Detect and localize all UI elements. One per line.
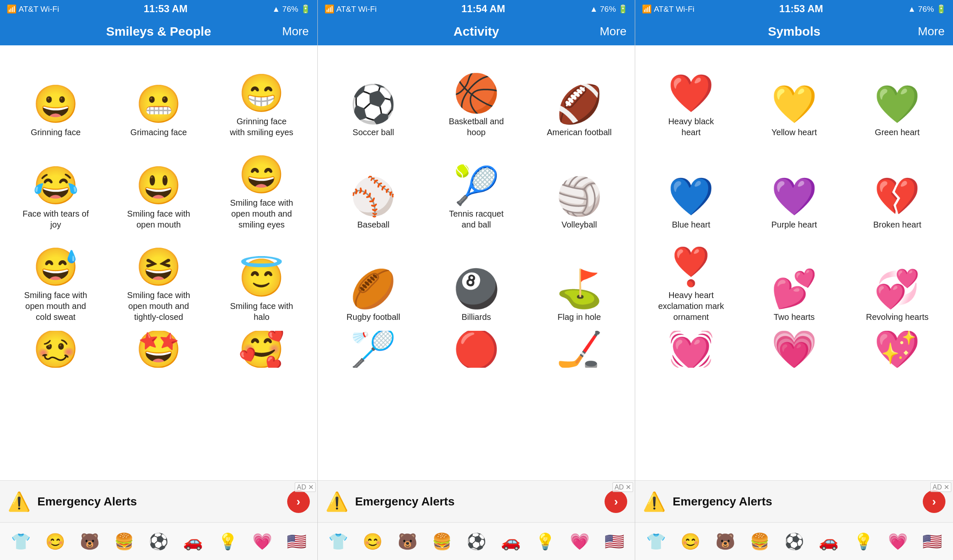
emoji-label: Broken heart <box>873 219 922 230</box>
tab-icon-6[interactable]: 💡 <box>218 532 238 551</box>
emoji-item[interactable]: 💞 Revolving hearts <box>864 270 931 322</box>
emoji-item[interactable]: 😀 Grinning face <box>22 86 89 138</box>
nav-more-button[interactable]: More <box>918 25 945 38</box>
alert-warning-icon: ⚠️ <box>643 491 666 513</box>
emoji-item-partial[interactable]: 🥰 <box>228 331 295 368</box>
emoji-item[interactable]: 🎱 Billiards <box>443 270 510 322</box>
tab-icon-7[interactable]: 💗 <box>570 532 589 551</box>
nav-bar: Smileys & People More <box>0 18 317 45</box>
emoji-row-2: ❣️ Heavy heart exclamation mark ornament… <box>635 234 953 327</box>
emoji-item[interactable]: 😂 Face with tears of joy <box>22 167 89 230</box>
emoji-item[interactable]: 🏉 Rugby football <box>340 270 407 322</box>
emoji-item-partial[interactable]: 🥴 <box>22 331 89 368</box>
emoji-item[interactable]: 🏀 Basketball and hoop <box>443 75 510 138</box>
emoji-label: Smiling face with open mouth <box>125 208 192 230</box>
emoji-label: Yellow heart <box>772 127 817 138</box>
tab-icon-1[interactable]: 😊 <box>363 532 382 551</box>
nav-more-button[interactable]: More <box>282 25 309 38</box>
emoji-char: ❤️ <box>668 75 714 112</box>
tab-icon-4[interactable]: ⚽ <box>149 532 168 551</box>
emoji-item[interactable]: 🏐 Volleyball <box>546 178 613 230</box>
tab-bar: 👕😊🐻🍔⚽🚗💡💗🇺🇸 <box>318 522 635 560</box>
emoji-label: Smiling face with open mouth and cold sw… <box>22 290 89 322</box>
ad-label: AD ✕ <box>613 482 634 492</box>
emoji-item-partial[interactable]: 🤩 <box>125 331 192 368</box>
tab-icon-0[interactable]: 👕 <box>11 532 31 551</box>
emoji-item[interactable]: 😄 Smiling face with open mouth and smili… <box>228 156 295 230</box>
tab-icon-8[interactable]: 🇺🇸 <box>605 532 624 551</box>
emoji-item[interactable]: 💕 Two hearts <box>761 270 828 322</box>
emoji-label: Two hearts <box>774 311 815 322</box>
emoji-row-partial: 💓💗💖 <box>635 327 953 369</box>
emoji-char: 😬 <box>136 86 182 123</box>
tab-icon-8[interactable]: 🇺🇸 <box>287 532 306 551</box>
emoji-item[interactable]: ❣️ Heavy heart exclamation mark ornament <box>657 249 725 322</box>
emoji-label: Smiling face with halo <box>228 301 295 322</box>
tab-icon-7[interactable]: 💗 <box>888 532 908 551</box>
status-right: ▲ 76% 🔋 <box>908 4 946 14</box>
tab-icon-0[interactable]: 👕 <box>328 532 348 551</box>
tab-icon-5[interactable]: 🚗 <box>501 532 521 551</box>
emoji-item[interactable]: ❤️ Heavy black heart <box>657 75 725 138</box>
emoji-item[interactable]: ⚾ Baseball <box>340 178 407 230</box>
emoji-item[interactable]: 💔 Broken heart <box>864 178 931 230</box>
emoji-item[interactable]: 😅 Smiling face with open mouth and cold … <box>22 249 89 322</box>
emoji-item[interactable]: ⛳ Flag in hole <box>546 270 613 322</box>
emoji-item-partial[interactable]: 🔴 <box>443 331 510 368</box>
emoji-item[interactable]: 😁 Grinning face with smiling eyes <box>228 75 295 138</box>
tab-icon-6[interactable]: 💡 <box>854 532 873 551</box>
nav-more-button[interactable]: More <box>600 25 627 38</box>
emoji-char: ❣️ <box>668 249 714 285</box>
tab-icon-5[interactable]: 🚗 <box>819 532 838 551</box>
emoji-item[interactable]: 💚 Green heart <box>864 86 931 138</box>
tab-icon-7[interactable]: 💗 <box>252 532 272 551</box>
emoji-item[interactable]: 🎾 Tennis racquet and ball <box>443 167 510 230</box>
emoji-item-partial[interactable]: 🏸 <box>340 331 407 368</box>
alert-arrow-button[interactable]: › <box>605 490 627 513</box>
tab-icon-2[interactable]: 🐻 <box>398 532 417 551</box>
emoji-label: Grinning face <box>31 127 81 138</box>
tab-icon-3[interactable]: 🍔 <box>114 532 134 551</box>
nav-title: Smileys & People <box>106 24 211 39</box>
emoji-item[interactable]: 💛 Yellow heart <box>761 86 828 138</box>
tab-icon-0[interactable]: 👕 <box>646 532 666 551</box>
emoji-item[interactable]: 😬 Grimacing face <box>125 86 192 138</box>
emoji-item[interactable]: 😃 Smiling face with open mouth <box>125 167 192 230</box>
tab-icon-2[interactable]: 🐻 <box>80 532 99 551</box>
emoji-item-partial[interactable]: 🏒 <box>546 331 613 368</box>
emoji-char: 💖 <box>874 331 920 368</box>
alert-banner[interactable]: ⚠️ Emergency Alerts › AD ✕ <box>0 480 317 522</box>
tab-icon-1[interactable]: 😊 <box>681 532 700 551</box>
nav-title: Activity <box>453 24 499 39</box>
emoji-char: 💗 <box>771 331 817 368</box>
emoji-item[interactable]: 💜 Purple heart <box>761 178 828 230</box>
emoji-label: Flag in hole <box>558 311 601 322</box>
emoji-item[interactable]: 😇 Smiling face with halo <box>228 259 295 322</box>
tab-icon-5[interactable]: 🚗 <box>183 532 203 551</box>
emoji-char: 🔴 <box>453 331 500 368</box>
tab-icon-4[interactable]: ⚽ <box>784 532 804 551</box>
alert-arrow-button[interactable]: › <box>923 490 945 513</box>
tab-icon-6[interactable]: 💡 <box>535 532 555 551</box>
emoji-item[interactable]: 😆 Smiling face with open mouth and tight… <box>125 249 192 322</box>
emoji-char: 😄 <box>238 156 285 193</box>
tab-icon-4[interactable]: ⚽ <box>466 532 486 551</box>
tab-icon-3[interactable]: 🍔 <box>432 532 452 551</box>
emoji-char: 💜 <box>771 178 817 215</box>
emoji-item-partial[interactable]: 💖 <box>864 331 931 368</box>
emoji-label: Smiling face with open mouth and smiling… <box>228 197 295 230</box>
alert-banner[interactable]: ⚠️ Emergency Alerts › AD ✕ <box>635 480 953 522</box>
emoji-item[interactable]: 💙 Blue heart <box>657 178 725 230</box>
emoji-item[interactable]: ⚽ Soccer ball <box>340 86 407 138</box>
tab-icon-2[interactable]: 🐻 <box>715 532 735 551</box>
alert-arrow-button[interactable]: › <box>287 490 310 513</box>
emoji-item[interactable]: 🏈 American football <box>546 86 613 138</box>
emoji-label: Tennis racquet and ball <box>443 208 510 230</box>
alert-banner[interactable]: ⚠️ Emergency Alerts › AD ✕ <box>318 480 635 522</box>
tab-icon-3[interactable]: 🍔 <box>750 532 770 551</box>
tab-icon-8[interactable]: 🇺🇸 <box>922 532 942 551</box>
emoji-item-partial[interactable]: 💗 <box>761 331 828 368</box>
emoji-label: Rugby football <box>346 311 400 322</box>
emoji-item-partial[interactable]: 💓 <box>657 331 725 368</box>
tab-icon-1[interactable]: 😊 <box>45 532 65 551</box>
